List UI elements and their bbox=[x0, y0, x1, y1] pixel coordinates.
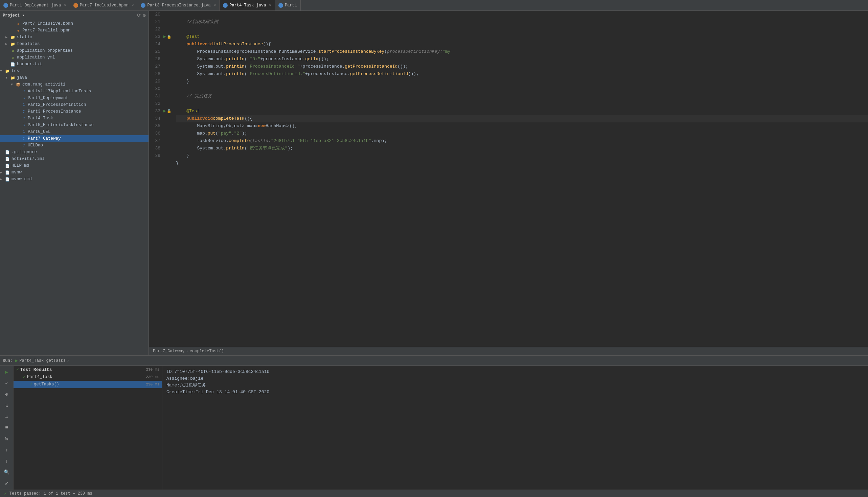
tree-item-label: Part6_UEL bbox=[28, 129, 51, 134]
tree-item-activiti7-tests[interactable]: C Activiti7ApplicationTests bbox=[0, 88, 149, 95]
tree-item-part7-inclusive-bpmn[interactable]: ◈ Part7_Inclusive.bpmn bbox=[0, 20, 149, 27]
run-up-btn[interactable]: ↑ bbox=[2, 445, 11, 454]
tab-bar: Part1_Deployment.java × Part7_Inclusive.… bbox=[0, 0, 868, 11]
check-icon: ✓ bbox=[23, 374, 26, 380]
java-class-icon: C bbox=[21, 143, 26, 148]
run-tab[interactable]: ▶ Part4_Task.getTasks × bbox=[15, 358, 69, 364]
sidebar-title: Project ▾ bbox=[3, 13, 25, 18]
java-class-icon: C bbox=[21, 102, 26, 108]
run-status-bar: ✓ Tests passed: 1 of 1 test – 230 ms bbox=[0, 489, 868, 497]
run-down-btn[interactable]: ↓ bbox=[2, 457, 11, 465]
tab-part3-processinstance[interactable]: Part3_ProcessInstance.java × bbox=[137, 0, 220, 11]
code-line-36: map. put ( "pay" , "2" ); bbox=[176, 130, 868, 137]
java-icon bbox=[223, 3, 228, 8]
tree-item-part6-uel[interactable]: C Part6_UEL bbox=[0, 128, 149, 135]
folder-icon: 📁 bbox=[10, 41, 16, 47]
chevron-down-icon: ▼ bbox=[5, 76, 10, 80]
folder-icon: 📁 bbox=[5, 68, 10, 74]
tree-item-label: Part2_ProcessDefinition bbox=[28, 102, 86, 107]
tree-item-mvnw-cmd[interactable]: ▶ 📄 mvnw.cmd bbox=[0, 176, 149, 183]
tab-part1[interactable]: Part1 bbox=[275, 0, 301, 11]
chevron-right-icon: ▶ bbox=[0, 177, 5, 181]
editor-content: 20 21 22 23 24 25 26 27 28 29 30 31 32 3… bbox=[149, 11, 868, 347]
tree-item-activiti7-iml[interactable]: 📄 activiti7.iml bbox=[0, 156, 149, 162]
line-numbers: 20 21 22 23 24 25 26 27 28 29 30 31 32 3… bbox=[149, 11, 163, 347]
run-stop-btn[interactable]: ⊘ bbox=[2, 390, 11, 399]
run-test-icon2[interactable]: ▶ bbox=[163, 108, 166, 115]
tree-item-java[interactable]: ▼ 📁 java bbox=[0, 74, 149, 81]
tree-item-mvnw[interactable]: ▶ 📄 mvnw bbox=[0, 169, 149, 176]
test-result-root[interactable]: ✓ Test Results 230 ms bbox=[14, 366, 162, 373]
tab-part7-inclusive[interactable]: Part7_Inclusive.bpmn × bbox=[70, 0, 138, 11]
tree-item-help-md[interactable]: 📄 HELP.md bbox=[0, 162, 149, 169]
code-line-21: //启动流程实例 bbox=[176, 18, 868, 26]
tree-item-application-properties[interactable]: ⚙ application.properties bbox=[0, 47, 149, 54]
tree-item-application-yml[interactable]: ⚙ application.yml bbox=[0, 54, 149, 61]
tab-close-btn[interactable]: × bbox=[131, 3, 134, 8]
bpmn-icon bbox=[73, 3, 78, 8]
code-line-31: // 完成任务 bbox=[176, 93, 868, 100]
run-expand-btn[interactable]: ⤢ bbox=[2, 479, 11, 487]
run-panel: Run: ▶ Part4_Task.getTasks × ▶ ✓ ⊘ ⇅ ⇊ ≡… bbox=[0, 355, 868, 497]
comment-text: //启动流程实例 bbox=[176, 18, 218, 26]
tree-item-gitignore[interactable]: 📄 .gitignore bbox=[0, 149, 149, 156]
md-icon: 📄 bbox=[5, 163, 10, 168]
script-icon: 📄 bbox=[5, 170, 10, 175]
code-line-25: ProcessInstance processInstance=runtimeS… bbox=[176, 48, 868, 55]
tree-item-part2-processdefinition[interactable]: C Part2_ProcessDefinition bbox=[0, 101, 149, 108]
tree-item-com-rang-activiti[interactable]: ▼ 📦 com.rang.activiti bbox=[0, 81, 149, 88]
run-export-btn[interactable]: ≒ bbox=[2, 435, 11, 443]
yml-icon: ⚙ bbox=[10, 55, 16, 60]
time-badge: 230 ms bbox=[146, 368, 159, 372]
tree-item-banner-txt[interactable]: 📄 banner.txt bbox=[0, 61, 149, 68]
java-class-icon: C bbox=[21, 123, 26, 128]
run-search-btn[interactable]: 🔍 bbox=[2, 468, 11, 477]
run-sort-btn[interactable]: ⇅ bbox=[2, 401, 11, 410]
tab-close-btn[interactable]: × bbox=[64, 3, 66, 8]
tree-item-label: Part7_Parallel.bpmn bbox=[22, 28, 71, 33]
run-rerun-btn[interactable]: ✓ bbox=[2, 379, 11, 387]
tree-item-part4-task[interactable]: C Part4_Task bbox=[0, 115, 149, 122]
chevron-down-icon: ▼ bbox=[11, 83, 16, 87]
run-close-btn[interactable]: × bbox=[67, 359, 69, 363]
tree-item-test[interactable]: ▼ 📁 test bbox=[0, 68, 149, 74]
run-filter-btn[interactable]: ⇊ bbox=[2, 412, 11, 421]
code-line-40: } bbox=[176, 160, 868, 167]
run-test-icon[interactable]: ▶ bbox=[163, 33, 166, 41]
tree-item-part7-parallel-bpmn[interactable]: ◈ Part7_Parallel.bpmn bbox=[0, 27, 149, 34]
java-icon bbox=[278, 3, 283, 8]
tree-item-label: .gitignore bbox=[12, 150, 37, 155]
sync-icon[interactable]: ⟳ bbox=[137, 13, 141, 18]
test-result-gettasks[interactable]: ✓ getTasks() 230 ms bbox=[14, 381, 162, 388]
tree-item-templates[interactable]: ▶ 📁 templates bbox=[0, 41, 149, 47]
tree-item-label: java bbox=[17, 75, 27, 80]
tree-item-part7-gateway[interactable]: C Part7_Gateway bbox=[0, 135, 149, 142]
iml-icon: 📄 bbox=[5, 156, 10, 161]
tree-item-part3-processinstance[interactable]: C Part3_ProcessInstance bbox=[0, 108, 149, 115]
tree-item-static[interactable]: ▶ 📁 static bbox=[0, 34, 149, 41]
tree-item-label: UELDao bbox=[28, 143, 43, 148]
tree-item-label: activiti7.iml bbox=[12, 157, 45, 161]
output-line-2: Assignee:bajie bbox=[166, 375, 864, 382]
tree-item-part1-deployment[interactable]: C Part1_Deployment bbox=[0, 95, 149, 101]
chevron-right-icon: ▶ bbox=[5, 42, 10, 46]
tree-item-label: Part4_Task bbox=[28, 116, 53, 121]
run-align-btn[interactable]: ≡ bbox=[2, 424, 11, 432]
test-class-label: Part4_Task bbox=[27, 374, 53, 379]
test-result-part4-task[interactable]: ✓ Part4_Task 230 ms bbox=[14, 373, 162, 381]
tree-item-part5-historic[interactable]: C Part5_HistoricTaskInstance bbox=[0, 122, 149, 128]
tab-part1-deployment[interactable]: Part1_Deployment.java × bbox=[0, 0, 70, 11]
test-results-label: Test Results bbox=[20, 367, 52, 372]
breadcrumb: Part7_Gateway › completeTask() bbox=[149, 347, 868, 355]
tab-close-btn[interactable]: × bbox=[214, 3, 216, 8]
tree-item-ueldao[interactable]: C UELDao bbox=[0, 142, 149, 149]
tab-close-btn[interactable]: × bbox=[269, 3, 271, 8]
gitignore-icon: 📄 bbox=[5, 150, 10, 155]
run-tab-bar: Run: ▶ Part4_Task.getTasks × bbox=[0, 356, 868, 366]
code-area[interactable]: //启动流程实例 @Test public void initProcessIn… bbox=[172, 11, 868, 347]
run-play-btn[interactable]: ▶ bbox=[2, 368, 11, 376]
annotation-test2: @Test bbox=[176, 108, 199, 115]
tab-label: Part3_ProcessInstance.java bbox=[147, 3, 210, 8]
settings-icon[interactable]: ⚙ bbox=[143, 13, 146, 18]
tab-part4-task[interactable]: Part4_Task.java × bbox=[220, 0, 275, 11]
